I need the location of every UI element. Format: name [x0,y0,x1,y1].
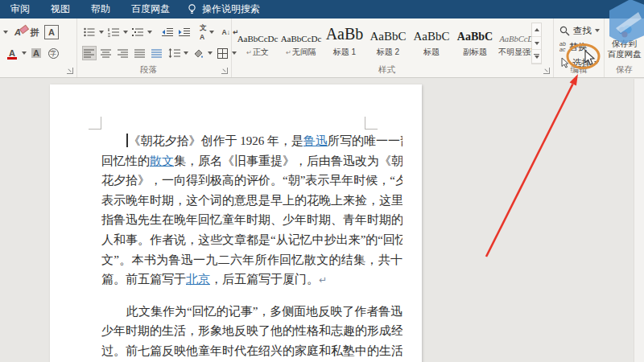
line-spacing-button[interactable] [167,46,181,60]
align-left-button[interactable] [82,46,97,60]
editing-group: 查找 abac 替换 选择 编辑 [554,19,605,77]
lightbulb-icon [187,3,197,16]
text-line: 此文集作为“回忆的记事”，多侧面地反映了作者鲁迅青 [101,302,402,322]
tell-me-label: 操作说明搜索 [202,2,260,16]
document-page[interactable]: 《朝花夕拾》创作于 1926 年，是鲁迅所写的唯一一部 回忆性的散文集，原名《旧… [50,84,422,362]
style-gallery-scroll [531,23,542,64]
numbering-button[interactable] [106,25,121,39]
borders-button[interactable] [215,46,229,60]
chevron-down-icon [595,29,600,32]
tab-help[interactable]: 帮助 [80,0,121,19]
bullets-button[interactable] [82,25,97,39]
style-name: ↵正文 [236,47,279,58]
align-right-button[interactable] [116,46,130,60]
tell-me-search[interactable]: 操作说明搜索 [187,2,260,16]
style-name: ↵无间隔 [279,47,323,58]
text-line: 少年时期的生活，形象地反映了他的性格和志趣的形成经 [101,321,402,341]
multilevel-list-button[interactable] [130,25,145,39]
text-line: 表示晚年时期，这个词的意思是早上的花晚上来捡，这里 [101,191,402,211]
style-gallery-more-button[interactable] [532,50,541,64]
chevron-down-icon[interactable] [209,31,214,34]
chevron-down-icon[interactable] [184,51,188,55]
text-cursor [126,134,128,147]
chevron-down-icon[interactable] [123,31,128,34]
paragraph-group-label: 段落 [77,64,220,76]
tab-review[interactable]: 审阅 [0,0,40,19]
save-to-netdisk-button[interactable]: 保存到 百度网盘 [605,19,644,59]
style-card-subtitle[interactable]: AaBbC 副标题 [453,22,497,58]
style-preview: AaBbCcDc [279,22,323,43]
style-name: 标题 [410,47,453,58]
style-name: 标题 2 [366,47,410,58]
tab-baidu-netdisk[interactable]: 百度网盘 [121,0,180,19]
style-name: 标题 1 [323,47,366,58]
clear-formatting-glyph: A [14,27,21,37]
character-border-button[interactable]: A [44,25,59,39]
styles-group-label: 样式 [232,64,542,76]
document-text[interactable]: 《朝花夕拾》创作于 1926 年，是鲁迅所写的唯一一部 回忆性的散文集，原名《旧… [101,131,402,361]
triangle-down-icon [535,42,539,45]
styles-dialog-launcher[interactable] [543,68,550,74]
style-card-heading2[interactable]: AaBbC 标题 2 [366,22,410,58]
baidu-netdisk-icon [616,24,634,39]
sort-glyph: A↓ [222,28,230,36]
save-group: 保存到 百度网盘 保存 [605,19,644,77]
paragraph-dialog-launcher[interactable] [221,68,228,74]
vertical-scrollbar[interactable] [634,79,644,362]
font-group: A 拼 A A A 字 [0,19,77,77]
style-gallery-down-button[interactable] [532,37,541,51]
chevron-down-icon[interactable] [208,51,213,55]
asian-layout-button[interactable]: 文A [200,23,207,41]
chevron-down-icon[interactable] [99,31,104,34]
style-gallery-up-button[interactable] [532,23,541,37]
asian-layout-glyph: 文A [200,23,207,41]
hyperlink-luxun[interactable]: 鲁迅 [303,134,328,147]
style-card-title[interactable]: AaBbC 标题 [410,22,453,58]
shading-button[interactable] [191,46,205,60]
hyperlink-sanwen[interactable]: 散文 [150,154,174,167]
save-button-line1: 保存到 [612,39,638,49]
style-preview: AaBbC [453,22,497,43]
find-button[interactable]: 查找 [554,23,604,39]
justify-button[interactable] [133,46,147,60]
character-shading-glyph: A [31,48,41,58]
text-line: 过。前七篇反映他童年时代在绍兴的家庭和私塾中的生活 [101,341,402,361]
style-gallery: AaBbCcDc ↵正文 AaBbCcDc ↵无间隔 AaBb 标题 1 AaB… [232,19,553,58]
triangle-up-icon [535,28,539,31]
style-preview: AaBbC [366,22,410,43]
style-card-normal[interactable]: AaBbCcDc ↵正文 [236,22,279,58]
text-line: 指鲁迅先生在晚年回忆童年时期、少年时期、青年时期的 [101,210,402,230]
tab-view[interactable]: 视图 [40,0,80,19]
style-card-no-spacing[interactable]: AaBbCcDc ↵无间隔 [279,22,323,58]
find-label: 查找 [573,25,592,37]
ribbon-tab-bar: 审阅 视图 帮助 百度网盘 操作说明搜索 [0,0,644,19]
font-dialog-launcher[interactable] [67,68,73,74]
more-styles-icon [534,54,539,59]
chevron-down-icon[interactable] [147,31,152,34]
decrease-indent-button[interactable] [160,25,175,39]
clear-formatting-button[interactable]: A [10,25,25,39]
search-icon [559,26,570,36]
phonetic-guide-button[interactable]: 拼 [27,25,42,39]
save-group-label: 保存 [605,64,644,76]
eraser-icon: A [14,27,21,37]
distribute-button[interactable] [150,46,164,60]
margin-corner-mark-right [365,117,378,130]
text-line: 回忆性的散文集，原名《旧事重提》，后由鲁迅改为《朝 [101,151,402,171]
character-shading-button[interactable]: A [29,46,43,60]
enclose-character-button[interactable]: 字 [46,46,60,60]
replace-button[interactable]: abac 替换 [554,39,604,55]
style-card-heading1[interactable]: AaBb 标题 1 [323,22,366,58]
paragraph-group: 文A A↓ ↵ [77,19,232,77]
chevron-down-icon[interactable] [3,31,8,34]
font-color-button[interactable]: A [5,46,19,60]
text-line: 人和事。作者说，这些文章都是“从记忆中抄出来”的“回忆 [101,230,402,250]
chevron-down-icon[interactable] [22,51,27,55]
hyperlink-beijing[interactable]: 北京 [186,273,210,286]
increase-indent-button[interactable] [177,25,192,39]
align-center-button[interactable] [99,46,114,60]
character-border-glyph: A [48,27,55,37]
margin-corner-mark-left [89,117,101,130]
sort-button[interactable]: A↓ [222,28,230,36]
paragraph-return-mark: ↵ [319,274,327,286]
